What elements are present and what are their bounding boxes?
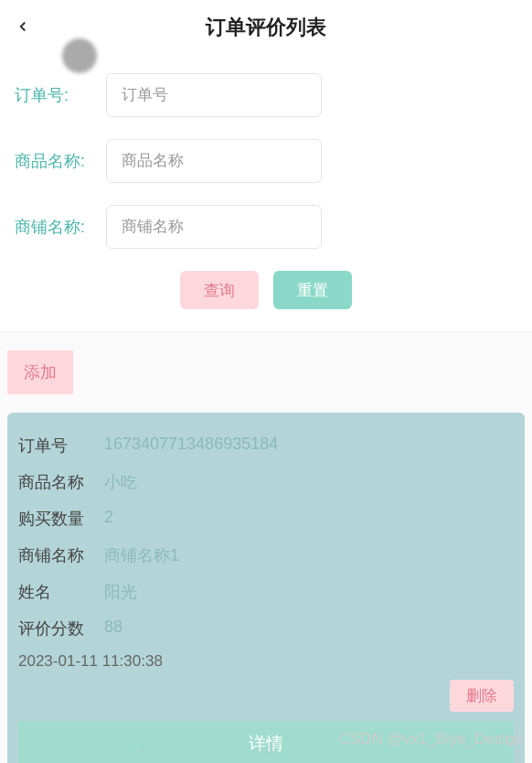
order-card: 订单号 1673407713486935184 商品名称 小吃 购买数量 2 商… (7, 413, 525, 763)
card-time: 2023-01-11 11:30:38 (18, 647, 514, 676)
card-actions: 删除 (18, 680, 514, 712)
search-form: 订单号: 商品名称: 商铺名称: 查询 重置 (0, 55, 532, 332)
card-row-qty: 购买数量 2 (18, 500, 514, 537)
order-input[interactable] (106, 73, 322, 117)
card-row-name: 姓名 阳光 (18, 574, 514, 610)
page-info: 1 /2 (255, 743, 276, 758)
watermark: CSDN @vx1_Biye_Design (338, 730, 523, 748)
card-score-value: 88 (104, 618, 514, 639)
page-title: 订单评价列表 (206, 14, 326, 41)
button-row: 查询 重置 (15, 271, 517, 309)
card-shop-value: 商铺名称1 (104, 544, 514, 566)
card-score-label: 评价分数 (18, 618, 104, 639)
card-name-label: 姓名 (18, 581, 104, 603)
shop-label: 商铺名称: (15, 216, 106, 238)
product-label: 商品名称: (15, 150, 106, 172)
card-row-order: 订单号 1673407713486935184 (18, 427, 514, 464)
card-qty-label: 购买数量 (18, 508, 104, 530)
card-product-value: 小吃 (104, 471, 514, 493)
add-button[interactable]: 添加 (7, 350, 73, 394)
reset-button[interactable]: 重置 (273, 271, 352, 309)
card-row-shop: 商铺名称 商铺名称1 (18, 537, 514, 574)
avatar (62, 38, 97, 73)
prev-icon[interactable]: ‹ (142, 743, 146, 758)
card-order-value: 1673407713486935184 (104, 435, 514, 457)
shop-input[interactable] (106, 205, 322, 249)
form-row-order: 订单号: (15, 73, 517, 117)
query-button[interactable]: 查询 (180, 271, 259, 309)
card-shop-label: 商铺名称 (18, 544, 104, 566)
card-row-score: 评价分数 88 (18, 610, 514, 647)
back-icon[interactable] (15, 15, 31, 40)
delete-button[interactable]: 删除 (450, 680, 514, 712)
card-product-label: 商品名称 (18, 471, 104, 493)
card-qty-value: 2 (104, 508, 514, 530)
form-row-shop: 商铺名称: (15, 205, 517, 249)
card-name-value: 阳光 (104, 581, 514, 603)
order-label: 订单号: (15, 84, 106, 106)
form-row-product: 商品名称: (15, 139, 517, 183)
card-order-label: 订单号 (18, 435, 104, 457)
product-input[interactable] (106, 139, 322, 183)
card-row-product: 商品名称 小吃 (18, 464, 514, 500)
